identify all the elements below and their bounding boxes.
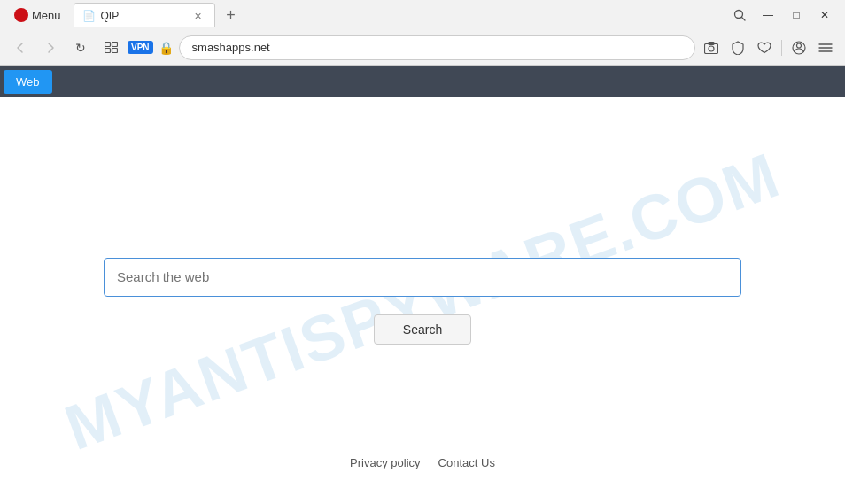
search-container: Search [104, 258, 741, 345]
svg-rect-4 [105, 49, 110, 53]
nav-bar: ↻ VPN 🔒 [0, 30, 845, 66]
tab-overview-button[interactable] [97, 35, 124, 61]
profile-icon-button[interactable] [787, 35, 811, 60]
svg-rect-6 [705, 43, 718, 53]
tab-title: QIP [101, 10, 186, 22]
web-tab-bar: Web [0, 66, 845, 97]
svg-line-1 [742, 18, 746, 21]
nav-divider [781, 40, 782, 56]
page-content: MYANTISPYWARE.COM Search Privacy policy … [0, 97, 845, 504]
svg-rect-2 [105, 43, 110, 47]
nav-right-icons [699, 35, 838, 60]
menu-button[interactable]: Menu [7, 4, 68, 26]
svg-point-10 [797, 43, 802, 48]
search-button[interactable] [726, 3, 753, 27]
footer-links: Privacy policy Contact Us [350, 456, 495, 469]
heart-icon-button[interactable] [752, 35, 777, 60]
back-button [7, 35, 34, 61]
lock-icon: 🔒 [159, 41, 174, 55]
privacy-policy-link[interactable]: Privacy policy [350, 456, 420, 469]
window-controls: — □ ✕ [726, 3, 838, 27]
maximize-button[interactable]: □ [783, 3, 810, 27]
vpn-badge[interactable]: VPN [128, 41, 153, 54]
active-tab[interactable]: 📄 QIP × [74, 3, 215, 27]
svg-rect-5 [112, 49, 117, 53]
tabs-area: 📄 QIP × + [74, 3, 726, 27]
address-bar[interactable] [179, 35, 695, 60]
contact-us-link[interactable]: Contact Us [438, 456, 495, 469]
svg-rect-3 [112, 43, 117, 47]
camera-icon-button[interactable] [699, 35, 724, 60]
tab-close-button[interactable]: × [191, 9, 205, 23]
search-button[interactable]: Search [374, 314, 471, 345]
web-tab-button[interactable]: Web [4, 70, 52, 94]
new-tab-button[interactable]: + [219, 3, 244, 27]
shield-icon-button[interactable] [725, 35, 750, 60]
close-window-button[interactable]: ✕ [811, 3, 838, 27]
forward-button [37, 35, 64, 61]
browser-chrome: Menu 📄 QIP × + — □ ✕ [0, 0, 845, 66]
menu-label: Menu [32, 9, 61, 22]
search-input[interactable] [104, 258, 741, 297]
minimize-button[interactable]: — [755, 3, 781, 27]
opera-logo-icon [14, 8, 28, 22]
svg-point-7 [709, 46, 714, 51]
tab-favicon-icon: 📄 [83, 10, 96, 22]
title-bar: Menu 📄 QIP × + — □ ✕ [0, 0, 845, 30]
settings-icon-button[interactable] [813, 35, 838, 60]
reload-button[interactable]: ↻ [67, 35, 94, 61]
